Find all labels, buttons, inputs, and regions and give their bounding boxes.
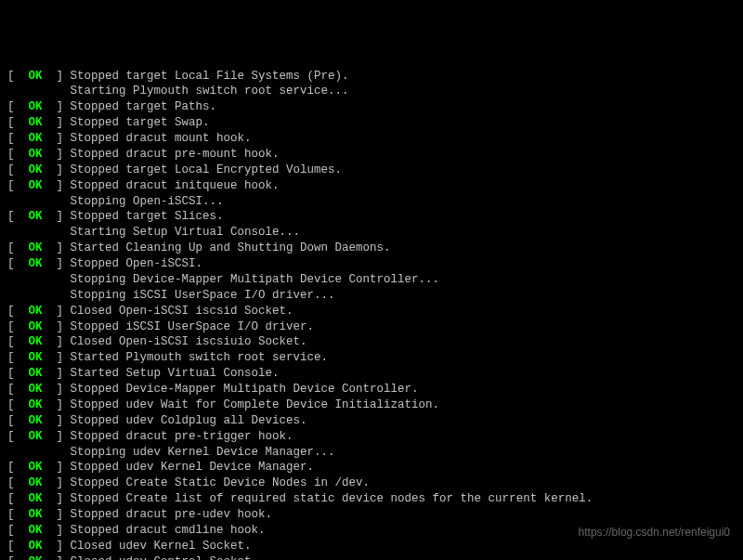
boot-log-line: [ OK ] Stopped udev Coldplug all Devices… bbox=[7, 413, 736, 429]
log-message: Stopped dracut mount hook. bbox=[71, 132, 252, 145]
status-bracket-left: [ bbox=[7, 414, 29, 427]
status-bracket-right: ] bbox=[43, 414, 71, 427]
status-bracket-left: [ bbox=[7, 132, 29, 145]
log-message: Stopped dracut initqueue hook. bbox=[71, 179, 280, 192]
status-bracket-left: [ bbox=[7, 100, 29, 113]
status-bracket-left: [ bbox=[7, 383, 29, 396]
status-bracket-left: [ bbox=[7, 148, 29, 161]
status-bracket-right: ] bbox=[43, 210, 71, 223]
status-bracket-left: [ bbox=[7, 351, 29, 364]
log-message: Stopped dracut pre-trigger hook. bbox=[71, 430, 293, 443]
status-bracket-left: [ bbox=[7, 367, 29, 380]
status-bracket-right: ] bbox=[43, 179, 71, 192]
boot-log-line: [ OK ] Stopped target Swap. bbox=[7, 115, 736, 131]
log-indent bbox=[7, 273, 71, 286]
status-bracket-right: ] bbox=[43, 540, 71, 553]
status-bracket-right: ] bbox=[43, 383, 71, 396]
status-bracket-left: [ bbox=[7, 320, 29, 333]
status-bracket-left: [ bbox=[7, 461, 29, 474]
log-message: Started Plymouth switch root service. bbox=[71, 351, 329, 364]
status-bracket-right: ] bbox=[43, 163, 71, 176]
status-bracket-right: ] bbox=[43, 116, 71, 129]
boot-log-line: [ OK ] Stopped iSCSI UserSpace I/O drive… bbox=[7, 319, 736, 335]
log-message: Started Cleaning Up and Shutting Down Da… bbox=[71, 241, 391, 254]
boot-log-line: Starting Setup Virtual Console... bbox=[7, 225, 736, 241]
status-bracket-right: ] bbox=[43, 461, 71, 474]
status-bracket-left: [ bbox=[7, 335, 29, 348]
status-bracket-right: ] bbox=[43, 148, 71, 161]
boot-log-line: [ OK ] Stopped dracut initqueue hook. bbox=[7, 178, 736, 194]
log-message: Stopped dracut pre-udev hook. bbox=[71, 508, 273, 521]
status-ok: OK bbox=[29, 305, 43, 318]
log-message: Stopped dracut cmdline hook. bbox=[71, 524, 266, 537]
log-message: Closed udev Control Socket. bbox=[71, 555, 259, 560]
boot-log-line: [ OK ] Stopped udev Wait for Complete De… bbox=[7, 397, 736, 413]
status-bracket-right: ] bbox=[43, 524, 71, 537]
status-bracket-right: ] bbox=[43, 100, 71, 113]
log-message: Stopped Create Static Device Nodes in /d… bbox=[71, 476, 371, 489]
status-ok: OK bbox=[29, 179, 43, 192]
boot-log-line: [ OK ] Stopped target Slices. bbox=[7, 209, 736, 225]
status-ok: OK bbox=[29, 383, 43, 396]
log-indent bbox=[7, 289, 71, 302]
status-ok: OK bbox=[29, 398, 43, 411]
status-ok: OK bbox=[29, 210, 43, 223]
status-bracket-left: [ bbox=[7, 524, 29, 537]
status-ok: OK bbox=[29, 524, 43, 537]
log-indent bbox=[7, 446, 71, 459]
log-indent bbox=[7, 85, 71, 98]
status-bracket-right: ] bbox=[43, 476, 71, 489]
log-message: Stopped iSCSI UserSpace I/O driver. bbox=[71, 320, 315, 333]
status-ok: OK bbox=[29, 257, 43, 270]
status-bracket-left: [ bbox=[7, 70, 29, 83]
log-message: Closed Open-iSCSI iscsid Socket. bbox=[71, 305, 293, 318]
status-bracket-right: ] bbox=[43, 398, 71, 411]
status-ok: OK bbox=[29, 148, 43, 161]
terminal-output: [ OK ] Stopped target Local File Systems… bbox=[7, 69, 736, 561]
status-bracket-right: ] bbox=[43, 351, 71, 364]
status-ok: OK bbox=[29, 100, 43, 113]
status-ok: OK bbox=[29, 70, 43, 83]
status-bracket-left: [ bbox=[7, 540, 29, 553]
boot-log-line: [ OK ] Closed udev Control Socket. bbox=[7, 554, 736, 560]
status-ok: OK bbox=[29, 163, 43, 176]
status-bracket-right: ] bbox=[43, 492, 71, 505]
log-message: Stopped Device-Mapper Multipath Device C… bbox=[71, 383, 419, 396]
boot-log-line: [ OK ] Closed Open-iSCSI iscsid Socket. bbox=[7, 304, 736, 319]
log-message: Stopped target Slices. bbox=[71, 210, 224, 223]
watermark-text: https://blog.csdn.net/renfeigui0 bbox=[579, 525, 730, 540]
log-message: Stopping Open-iSCSI... bbox=[71, 195, 224, 208]
boot-log-line: [ OK ] Closed Open-iSCSI iscsiuio Socket… bbox=[7, 334, 736, 350]
boot-log-line: [ OK ] Stopped dracut pre-mount hook. bbox=[7, 147, 736, 163]
boot-log-line: Starting Plymouth switch root service... bbox=[7, 84, 736, 99]
log-message: Stopped target Local Encrypted Volumes. bbox=[71, 163, 343, 176]
boot-log-line: [ OK ] Stopped udev Kernel Device Manage… bbox=[7, 460, 736, 475]
log-message: Closed udev Kernel Socket. bbox=[71, 540, 252, 553]
status-bracket-left: [ bbox=[7, 179, 29, 192]
status-bracket-left: [ bbox=[7, 508, 29, 521]
log-message: Starting Plymouth switch root service... bbox=[71, 85, 349, 98]
status-ok: OK bbox=[29, 492, 43, 505]
boot-log-line: [ OK ] Closed udev Kernel Socket. bbox=[7, 539, 736, 554]
log-message: Stopping iSCSI UserSpace I/O driver... bbox=[71, 289, 335, 302]
boot-log-line: [ OK ] Stopped dracut pre-trigger hook. bbox=[7, 429, 736, 445]
log-message: Stopped Create list of required static d… bbox=[71, 492, 593, 505]
status-bracket-left: [ bbox=[7, 430, 29, 443]
status-bracket-left: [ bbox=[7, 116, 29, 129]
boot-log-line: [ OK ] Started Setup Virtual Console. bbox=[7, 366, 736, 382]
boot-log-line: [ OK ] Started Plymouth switch root serv… bbox=[7, 350, 736, 366]
log-message: Stopped udev Kernel Device Manager. bbox=[71, 461, 315, 474]
status-ok: OK bbox=[29, 508, 43, 521]
log-message: Stopped dracut pre-mount hook. bbox=[71, 148, 280, 161]
status-bracket-left: [ bbox=[7, 476, 29, 489]
status-bracket-left: [ bbox=[7, 257, 29, 270]
status-bracket-right: ] bbox=[43, 430, 71, 443]
status-bracket-right: ] bbox=[43, 241, 71, 254]
boot-log-line: [ OK ] Stopped target Local Encrypted Vo… bbox=[7, 163, 736, 178]
status-bracket-right: ] bbox=[43, 367, 71, 380]
log-message: Stopped udev Coldplug all Devices. bbox=[71, 414, 307, 427]
status-bracket-right: ] bbox=[43, 132, 71, 145]
status-bracket-right: ] bbox=[43, 305, 71, 318]
status-ok: OK bbox=[29, 430, 43, 443]
status-bracket-left: [ bbox=[7, 241, 29, 254]
